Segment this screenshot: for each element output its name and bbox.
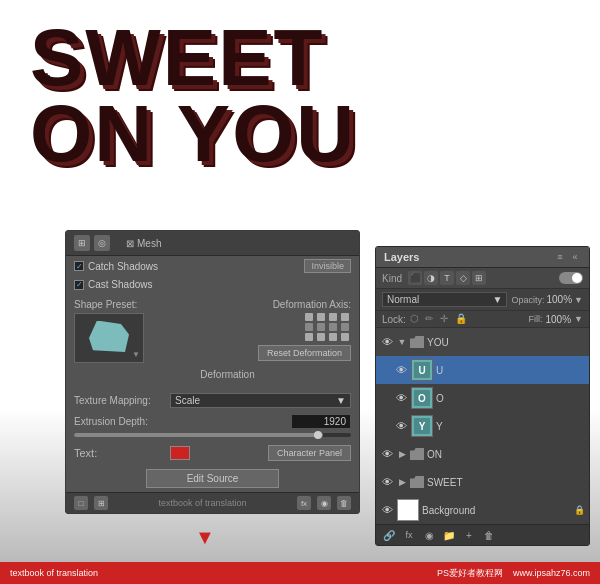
dot-4[interactable] bbox=[341, 313, 349, 321]
fill-value[interactable]: 100% bbox=[546, 314, 572, 325]
properties-bottom-toolbar: □ ⊞ textbook of translation fx ◉ 🗑 bbox=[66, 492, 359, 513]
layers-header-icons: ≡ « bbox=[554, 251, 581, 263]
blend-mode-dropdown[interactable]: Normal ▼ bbox=[382, 292, 507, 307]
expand-you[interactable]: ▼ bbox=[397, 337, 407, 347]
filter-pixel-icon[interactable]: ⬛ bbox=[408, 271, 422, 285]
layers-collapse-icon[interactable]: « bbox=[569, 251, 581, 263]
eye-icon-you[interactable]: 👁 bbox=[380, 335, 394, 349]
lock-all-icon[interactable]: 🔒 bbox=[455, 313, 467, 325]
new-layer-icon[interactable]: + bbox=[462, 528, 476, 542]
dot-6[interactable] bbox=[317, 323, 325, 331]
dot-11[interactable] bbox=[329, 333, 337, 341]
svg-text:U: U bbox=[418, 365, 425, 376]
catch-shadows-row: ✓ Catch Shadows Invisible bbox=[66, 256, 359, 276]
eye-icon-sweet[interactable]: 👁 bbox=[380, 475, 394, 489]
extrusion-depth-label: Extrusion Depth: bbox=[74, 416, 164, 427]
dot-10[interactable] bbox=[317, 333, 325, 341]
layer-item-u[interactable]: 👁 U U bbox=[376, 356, 589, 384]
thumbnail-y: Y bbox=[411, 415, 433, 437]
kind-row: Kind ⬛ ◑ T ◇ ⊞ bbox=[376, 268, 589, 289]
eye-icon-y[interactable]: 👁 bbox=[394, 419, 408, 433]
layer-name-bg: Background bbox=[422, 505, 571, 516]
toolbar-icon-mask[interactable]: ◉ bbox=[317, 496, 331, 510]
toolbar-icon-1[interactable]: □ bbox=[74, 496, 88, 510]
dot-1[interactable] bbox=[305, 313, 313, 321]
opacity-arrow: ▼ bbox=[574, 295, 583, 305]
cast-shadows-row: ✓ Cast Shadows bbox=[66, 276, 359, 293]
layer-item-background[interactable]: 👁 Background 🔒 bbox=[376, 496, 589, 524]
shape-deform-row: Shape Preset: ▼ Deformation Axis: bbox=[74, 299, 351, 363]
mask-icon[interactable]: ◉ bbox=[422, 528, 436, 542]
layer-item-o[interactable]: 👁 O O bbox=[376, 384, 589, 412]
reset-deformation-button[interactable]: Reset Deformation bbox=[258, 345, 351, 361]
shape-preview[interactable]: ▼ bbox=[74, 313, 144, 363]
toolbar-icon-trash[interactable]: 🗑 bbox=[337, 496, 351, 510]
layer-name-o: O bbox=[436, 393, 585, 404]
text-label: Text: bbox=[74, 447, 164, 459]
filter-type-icon[interactable]: T bbox=[440, 271, 454, 285]
layer-group-on[interactable]: 👁 ▶ ON bbox=[376, 440, 589, 468]
group-icon[interactable]: 📁 bbox=[442, 528, 456, 542]
texture-mapping-dropdown[interactable]: Scale ▼ bbox=[170, 393, 351, 408]
layer-name-you: YOU bbox=[427, 337, 585, 348]
lock-move-icon[interactable]: ✛ bbox=[440, 313, 452, 325]
canvas-text-line2: ON YOU bbox=[30, 96, 356, 172]
eye-icon-o[interactable]: 👁 bbox=[394, 391, 408, 405]
character-panel-button[interactable]: Character Panel bbox=[268, 445, 351, 461]
canvas-main-text: SWEET ON YOU bbox=[30, 20, 356, 172]
dot-9[interactable] bbox=[305, 333, 313, 341]
link-icon[interactable]: 🔗 bbox=[382, 528, 396, 542]
delete-icon[interactable]: 🗑 bbox=[482, 528, 496, 542]
dot-5[interactable] bbox=[305, 323, 313, 331]
dot-12[interactable] bbox=[341, 333, 349, 341]
extrusion-depth-value[interactable]: 1920 bbox=[291, 414, 351, 429]
layers-header: Layers ≡ « bbox=[376, 247, 589, 268]
dot-2[interactable] bbox=[317, 313, 325, 321]
fx-icon[interactable]: fx bbox=[402, 528, 416, 542]
eye-icon-bg[interactable]: 👁 bbox=[380, 503, 394, 517]
catch-shadows-label[interactable]: ✓ Catch Shadows bbox=[74, 261, 158, 272]
extrusion-slider-thumb[interactable] bbox=[314, 431, 322, 439]
expand-on[interactable]: ▶ bbox=[397, 449, 407, 459]
invisible-button[interactable]: Invisible bbox=[304, 259, 351, 273]
dot-7[interactable] bbox=[329, 323, 337, 331]
lock-paint-icon[interactable]: ✏ bbox=[425, 313, 437, 325]
filter-adjust-icon[interactable]: ◑ bbox=[424, 271, 438, 285]
text-color-box[interactable] bbox=[170, 446, 190, 460]
folder-icon-sweet bbox=[410, 476, 424, 488]
layer-item-y[interactable]: 👁 Y Y bbox=[376, 412, 589, 440]
cast-shadows-checkbox[interactable]: ✓ bbox=[74, 280, 84, 290]
properties-tab-icon-2[interactable]: ◎ bbox=[94, 235, 110, 251]
texture-mapping-value: Scale bbox=[175, 395, 200, 406]
edit-source-button[interactable]: Edit Source bbox=[146, 469, 280, 488]
layer-group-sweet[interactable]: 👁 ▶ SWEET bbox=[376, 468, 589, 496]
extrusion-slider-track[interactable] bbox=[74, 433, 351, 437]
text-row: Text: Character Panel bbox=[66, 441, 359, 465]
kind-toggle[interactable] bbox=[559, 272, 583, 284]
thumbnail-bg bbox=[397, 499, 419, 521]
blend-mode-row: Normal ▼ Opacity: 100% ▼ bbox=[376, 289, 589, 311]
dot-3[interactable] bbox=[329, 313, 337, 321]
expand-sweet[interactable]: ▶ bbox=[397, 477, 407, 487]
mesh-button[interactable]: ⊠ Mesh bbox=[126, 238, 161, 249]
catch-shadows-checkbox[interactable]: ✓ bbox=[74, 261, 84, 271]
filter-smart-icon[interactable]: ⊞ bbox=[472, 271, 486, 285]
fill-label: Fill: bbox=[529, 314, 543, 324]
bottom-toolbar-text: textbook of translation bbox=[114, 498, 291, 508]
kind-label: Kind bbox=[382, 273, 402, 284]
mesh-icon: ⊠ bbox=[126, 238, 134, 249]
cast-shadows-label[interactable]: ✓ Cast Shadows bbox=[74, 279, 152, 290]
toolbar-icon-2[interactable]: ⊞ bbox=[94, 496, 108, 510]
info-text-right: PS爱好者教程网 bbox=[437, 567, 503, 580]
properties-tab-icon-1[interactable]: ⊞ bbox=[74, 235, 90, 251]
toolbar-icon-fx[interactable]: fx bbox=[297, 496, 311, 510]
filter-shape-icon[interactable]: ◇ bbox=[456, 271, 470, 285]
opacity-value[interactable]: 100% bbox=[547, 294, 573, 305]
svg-text:O: O bbox=[418, 393, 426, 404]
eye-icon-u[interactable]: 👁 bbox=[394, 363, 408, 377]
dot-8[interactable] bbox=[341, 323, 349, 331]
eye-icon-on[interactable]: 👁 bbox=[380, 447, 394, 461]
layers-menu-icon[interactable]: ≡ bbox=[554, 251, 566, 263]
layer-group-you[interactable]: 👁 ▼ YOU bbox=[376, 328, 589, 356]
lock-transparency-icon[interactable]: ⬡ bbox=[410, 313, 422, 325]
